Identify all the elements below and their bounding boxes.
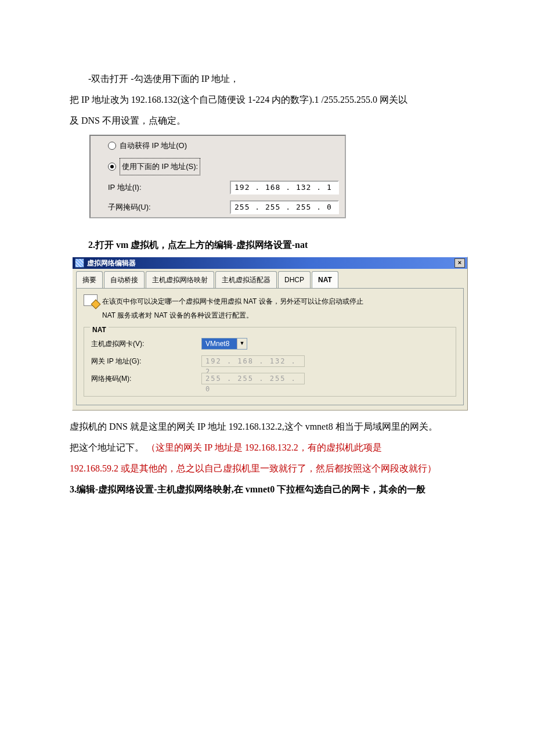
tcpip-properties-panel: 自动获得 IP 地址(O) 使用下面的 IP 地址(S): IP 地址(I): … <box>89 135 346 218</box>
tab-bar: 摘要 自动桥接 主机虚拟网络映射 主机虚拟适配器 DHCP NAT <box>76 271 464 288</box>
doc-line2a: 把 IP 地址改为 192.168.132(这个自己随便设 1-224 内的数字… <box>70 91 464 109</box>
step2-title: 2.打开 vm 虚拟机，点左上方的编辑-虚拟网络设置-nat <box>70 236 464 254</box>
tab-content-nat: 在该页中你可以决定哪一个虚拟网卡使用虚拟 NAT 设备，另外还可以让你启动或停止… <box>76 288 464 405</box>
netmask-readonly: 255 . 255 . 255 . 0 <box>201 373 305 384</box>
tab-autobridge[interactable]: 自动桥接 <box>104 271 145 288</box>
ip-address-input[interactable]: 192 . 168 . 132 . 1 <box>230 181 339 195</box>
radio-row-auto[interactable]: 自动获得 IP 地址(O) <box>91 136 345 156</box>
window-title: 虚拟网络编辑器 <box>87 256 136 270</box>
subnet-mask-label: 子网掩码(U): <box>108 200 230 215</box>
radio-manual-ip-icon <box>108 163 116 171</box>
ip-address-label: IP 地址(I): <box>108 180 230 195</box>
tab-hostmap[interactable]: 主机虚拟网络映射 <box>146 271 214 288</box>
tab-summary[interactable]: 摘要 <box>76 271 103 288</box>
window-titlebar: 虚拟网络编辑器 × <box>73 257 467 269</box>
radio-auto-ip-icon <box>108 142 116 150</box>
nat-device-icon <box>84 294 98 306</box>
radio-manual-ip-label: 使用下面的 IP 地址(S): <box>120 158 200 175</box>
after2-line2: 把这个地址记下。 （这里的网关 IP 地址是 192.168.132.2，有的虚… <box>70 438 464 457</box>
tab-dhcp[interactable]: DHCP <box>278 271 311 288</box>
chevron-down-icon: ▼ <box>237 339 247 349</box>
radio-row-manual[interactable]: 使用下面的 IP 地址(S): <box>91 156 345 178</box>
nat-group: NAT 主机虚拟网卡(V): VMnet8 ▼ 网关 IP 地址(G): 192… <box>84 327 456 397</box>
after2-line1: 虚拟机的 DNS 就是这里的网关 IP 地址 192.168.132.2,这个 … <box>70 417 464 436</box>
close-icon[interactable]: × <box>454 258 465 268</box>
after2-line3: 192.168.59.2 或是其他的，总之以自己虚拟机里一致就行了，然后都按照这… <box>70 459 464 478</box>
radio-auto-ip-label: 自动获得 IP 地址(O) <box>120 138 187 153</box>
virtual-network-editor-window: 虚拟网络编辑器 × 摘要 自动桥接 主机虚拟网络映射 主机虚拟适配器 DHCP … <box>72 257 468 411</box>
gateway-ip-label: 网关 IP 地址(G): <box>91 354 201 368</box>
step3-title: 3.编辑-虚拟网络设置-主机虚拟网络映射,在 vmnet0 下拉框勾选自己的网卡… <box>70 480 464 499</box>
gateway-ip-readonly: 192 . 168 . 132 . 2 <box>201 355 305 367</box>
doc-line1: -双击打开 -勾选使用下面的 IP 地址， <box>70 70 464 88</box>
netmask-label: 网络掩码(M): <box>91 372 201 386</box>
nat-group-legend: NAT <box>90 323 109 337</box>
app-icon <box>75 258 84 268</box>
vnic-select[interactable]: VMnet8 ▼ <box>201 338 247 350</box>
nat-description: 在该页中你可以决定哪一个虚拟网卡使用虚拟 NAT 设备，另外还可以让你启动或停止… <box>102 294 363 322</box>
tab-nat[interactable]: NAT <box>312 271 338 288</box>
subnet-mask-input[interactable]: 255 . 255 . 255 . 0 <box>230 200 339 214</box>
vnic-select-value: VMnet8 <box>202 339 237 349</box>
doc-line2b: 及 DNS 不用设置，点确定。 <box>70 111 464 130</box>
vnic-label: 主机虚拟网卡(V): <box>91 337 201 351</box>
tab-hostadapter[interactable]: 主机虚拟适配器 <box>215 271 277 288</box>
